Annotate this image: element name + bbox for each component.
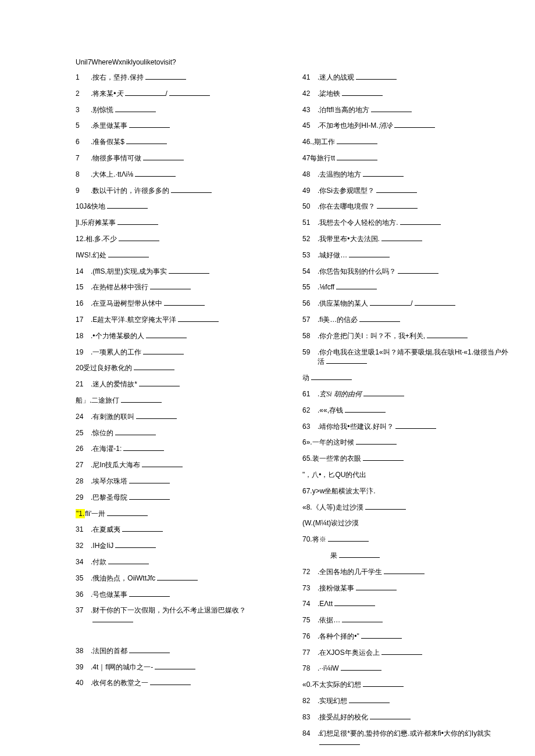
item-text: .付款 (91, 557, 149, 567)
fill-blank[interactable] (155, 669, 195, 669)
fill-blank[interactable] (157, 580, 198, 581)
fill-blank[interactable] (107, 208, 148, 209)
item-text: 46.,期工作 (302, 137, 377, 147)
fill-blank[interactable] (319, 744, 360, 745)
fill-blank[interactable] (145, 79, 186, 80)
fill-blank[interactable] (129, 653, 170, 653)
fill-blank[interactable] (356, 444, 397, 445)
fill-blank[interactable] (326, 363, 367, 364)
item-number: 24 (76, 412, 86, 422)
fill-blank[interactable] (363, 460, 404, 461)
fill-blank[interactable] (328, 541, 369, 542)
fill-blank[interactable] (342, 622, 383, 622)
fill-blank[interactable] (150, 685, 191, 685)
fill-blank[interactable] (349, 257, 390, 257)
item-text: .E超太平洋.航空穿掩太平洋 (91, 315, 219, 325)
fill-blank[interactable] (363, 176, 404, 177)
fill-blank[interactable] (337, 144, 377, 144)
fill-blank[interactable] (121, 402, 162, 403)
item-number: 62 (302, 406, 313, 415)
fill-blank[interactable] (376, 192, 417, 193)
fill-blank[interactable] (400, 224, 441, 225)
fill-blank[interactable] (129, 127, 170, 128)
main-text: .在热钳丛林中强行 (91, 283, 148, 291)
fill-blank[interactable] (381, 241, 422, 241)
fill-blank[interactable] (135, 176, 176, 177)
fill-blank[interactable] (395, 428, 436, 429)
fill-blank[interactable] (129, 499, 170, 500)
fill-blank[interactable] (356, 79, 397, 80)
fill-blank[interactable] (108, 257, 149, 257)
fill-blank[interactable] (115, 547, 156, 548)
item-text: 船」.二途旅仃 (76, 396, 162, 406)
fill-blank[interactable] (415, 305, 455, 306)
main-text: .不加考也地列HI-M. (318, 121, 379, 130)
fill-blank[interactable] (125, 95, 166, 96)
fill-blank[interactable] (119, 241, 159, 241)
fill-blank[interactable] (359, 321, 400, 322)
fill-blank[interactable] (356, 590, 397, 590)
main-text: .去温煦的地方 (318, 170, 361, 178)
fill-blank[interactable] (129, 596, 170, 597)
item-text: «0.不太实际的幻想 (302, 680, 404, 690)
main-text: .供应某物的某人 (318, 299, 368, 307)
fill-blank[interactable] (341, 670, 381, 671)
fill-blank[interactable] (345, 412, 386, 413)
fill-blank[interactable] (349, 703, 390, 703)
fill-blank[interactable] (370, 719, 411, 719)
list-item: 78.·∙i¼iW (302, 664, 512, 673)
fill-blank[interactable] (336, 289, 377, 289)
fill-blank[interactable] (115, 112, 156, 112)
fill-blank[interactable] (143, 354, 184, 354)
list-item: 1.按右，坚持.保持 (76, 73, 285, 83)
fill-blank[interactable] (122, 531, 163, 532)
fill-blank[interactable] (143, 160, 184, 160)
fill-blank[interactable] (134, 370, 174, 370)
fill-blank[interactable] (146, 338, 187, 338)
list-item: 24.有刺激的联叫 (76, 412, 285, 422)
fill-blank[interactable] (178, 321, 219, 322)
fill-blank[interactable] (365, 509, 406, 510)
fill-blank[interactable] (361, 638, 402, 639)
main-text: .迷人的战观 (318, 73, 354, 81)
fill-blank[interactable] (371, 112, 412, 112)
fill-blank[interactable] (129, 483, 170, 483)
fill-blank[interactable] (126, 144, 167, 144)
fill-blank[interactable] (136, 418, 177, 419)
fill-blank[interactable] (150, 289, 191, 289)
fill-blank[interactable] (377, 208, 418, 209)
fill-blank[interactable] (398, 273, 438, 274)
item-text: .各种个择的•" (318, 632, 402, 642)
fill-blank[interactable] (92, 622, 133, 622)
fill-blank[interactable] (394, 127, 435, 128)
main-text: ]l.乐府摊某事 (76, 218, 116, 227)
fill-blank[interactable] (363, 686, 404, 687)
fill-blank[interactable] (115, 435, 156, 435)
fill-blank[interactable] (123, 450, 164, 451)
fill-blank[interactable] (164, 305, 205, 306)
fill-blank[interactable] (337, 160, 377, 160)
fill-blank[interactable] (108, 564, 149, 564)
fill-blank[interactable] (427, 338, 468, 338)
fill-blank[interactable] (334, 605, 375, 606)
fill-blank[interactable] (363, 396, 404, 396)
fill-blank[interactable] (169, 95, 210, 96)
fill-blank[interactable] (381, 654, 422, 655)
fill-blank[interactable] (107, 515, 148, 516)
item-text: .4t｜fl网的城巾之一- (91, 662, 195, 672)
item-text: .一项累人的工作 (91, 347, 184, 357)
fill-blank[interactable] (171, 192, 212, 193)
item-text: .⅛fcff (318, 282, 377, 292)
fill-blank[interactable] (311, 379, 352, 380)
fill-blank[interactable] (142, 467, 183, 467)
fill-blank[interactable] (117, 224, 158, 225)
fill-blank[interactable] (370, 305, 411, 306)
item-text: .fi美…的信必 (318, 315, 400, 325)
item-text: 6».一年的这时候 (302, 438, 397, 447)
main-text: .4t｜fl网的城巾之一- (91, 663, 153, 671)
fill-blank[interactable] (384, 574, 425, 574)
fill-blank[interactable] (169, 273, 209, 274)
fill-blank[interactable] (342, 95, 383, 96)
fill-blank[interactable] (339, 557, 380, 558)
fill-blank[interactable] (139, 386, 180, 386)
